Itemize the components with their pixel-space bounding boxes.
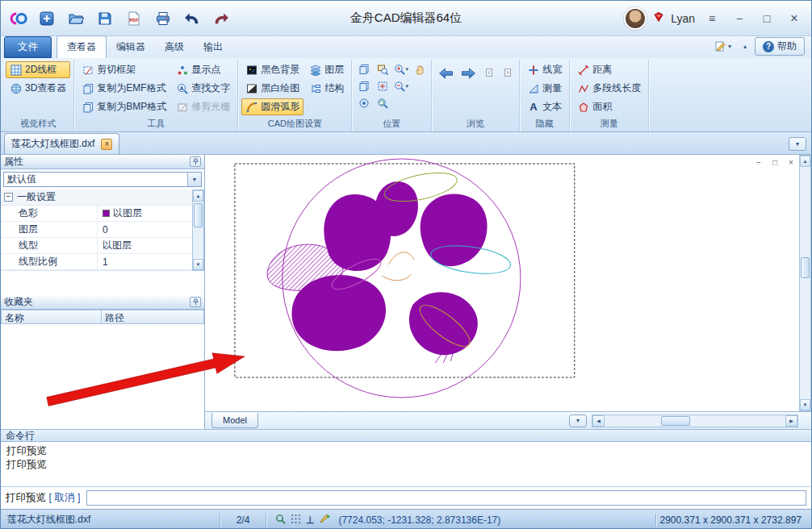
pin-icon[interactable] [190, 297, 201, 307]
command-panel-header[interactable]: 命令行 [1, 429, 811, 442]
pan-pages-button[interactable] [355, 61, 372, 77]
ribbon-group-cad-settings: 黑色背景 黑白绘图 圆滑弧形 [238, 60, 352, 131]
username[interactable]: Lyan [671, 12, 695, 25]
hide-measure-button[interactable]: 测量 [523, 80, 566, 97]
file-menu-button[interactable]: 文件 [4, 36, 52, 58]
document-tab[interactable]: 莲花大灯线框图.dxf × [4, 133, 119, 154]
minimize-button[interactable]: − [729, 10, 750, 27]
close-button[interactable]: × [784, 10, 805, 27]
zoom-previous-button[interactable] [355, 95, 372, 110]
command-history[interactable]: 打印预览 打印预览 [1, 442, 811, 487]
model-tab[interactable]: Model [211, 413, 258, 428]
maximize-button[interactable]: □ [756, 10, 777, 27]
hide-linewidth-button[interactable]: 线宽 [523, 61, 566, 78]
measure-area-button[interactable]: 面积 [573, 98, 645, 115]
open-file-button[interactable] [65, 8, 86, 29]
scroll-left-icon[interactable]: ◀ [592, 415, 605, 427]
measure-distance-button[interactable]: 距离 [573, 61, 645, 78]
browse-back-button[interactable] [435, 65, 456, 82]
doc-minimize-icon[interactable]: − [753, 157, 764, 168]
ortho-mode-icon[interactable]: ⊥ [306, 514, 314, 526]
favorites-list[interactable] [1, 324, 204, 429]
black-background-button[interactable]: 黑色背景 [241, 61, 303, 78]
find-text-button[interactable]: A 查找文字 [172, 80, 234, 97]
command-input[interactable] [86, 490, 806, 506]
layout-list-button[interactable]: ▾ [569, 414, 587, 427]
property-row[interactable]: 色彩 以图层 [1, 206, 192, 222]
3d-viewer-button[interactable]: 3D查看器 [6, 80, 70, 97]
scroll-down-icon[interactable]: ▼ [193, 259, 203, 270]
scrollbar-thumb[interactable] [661, 416, 690, 426]
favorites-col-path[interactable]: 路径 [102, 310, 204, 324]
properties-scrollbar[interactable]: ▲ ▼ [192, 190, 204, 271]
canvas-vertical-scrollbar[interactable]: ▲ ▼ [799, 155, 811, 411]
zoom-extents-button[interactable] [374, 78, 391, 94]
zoom-window-button[interactable] [374, 61, 391, 77]
properties-preset-combo[interactable]: 默认值 ▼ [3, 172, 202, 187]
show-points-button[interactable]: 显示点 [172, 61, 234, 78]
tab-advanced[interactable]: 高级 [155, 36, 194, 58]
collapse-ribbon-button[interactable]: ▴ [739, 40, 751, 52]
doc-restore-icon[interactable]: □ [769, 157, 781, 168]
property-row[interactable]: 线型 以图层 [1, 238, 192, 254]
combo-dropdown-button[interactable]: ▼ [187, 173, 201, 186]
close-document-icon[interactable]: × [101, 139, 112, 150]
new-file-button[interactable] [36, 8, 57, 29]
structure-button[interactable]: 结构 [305, 80, 348, 97]
tab-viewer[interactable]: 查看器 [57, 35, 107, 58]
scroll-up-icon[interactable]: ▲ [800, 156, 810, 167]
last-page-button[interactable] [499, 65, 516, 80]
black-white-drawing-button[interactable]: 黑白绘图 [241, 80, 303, 97]
layers-button[interactable]: 图层 [305, 61, 348, 78]
pin-icon[interactable] [190, 156, 201, 167]
status-zoom-icon[interactable] [275, 514, 286, 527]
undo-button[interactable] [182, 8, 203, 29]
polyline-length-icon [577, 82, 589, 94]
scroll-down-icon[interactable]: ▼ [800, 399, 810, 410]
measure-polyline-button[interactable]: 多段线长度 [573, 80, 645, 97]
collapse-icon[interactable]: − [4, 193, 13, 202]
scrollbar-thumb[interactable] [194, 203, 203, 227]
cancel-option[interactable]: [ 取消 ] [48, 492, 80, 503]
scroll-up-icon[interactable]: ▲ [193, 190, 203, 202]
tab-editor[interactable]: 编辑器 [107, 36, 155, 58]
clip-frame-button[interactable]: 剪切框架 [77, 61, 170, 78]
scrollbar-thumb[interactable] [801, 257, 810, 278]
pan-hand-button[interactable] [411, 61, 428, 77]
doc-close-icon[interactable]: × [785, 157, 797, 168]
drawing-viewport[interactable] [205, 155, 800, 411]
user-avatar[interactable] [624, 7, 647, 30]
status-dimensions: 2900.371 x 2900.371 x 2732.897 [660, 514, 806, 526]
drawing-canvas[interactable]: − □ × [205, 155, 811, 429]
2d-wireframe-button[interactable]: 2D线框 [6, 61, 70, 78]
properties-group-row[interactable]: − 一般设置 [1, 190, 192, 206]
hide-text-button[interactable]: A 文本 [523, 98, 566, 115]
first-page-button[interactable] [480, 65, 497, 80]
zoom-all-button[interactable] [374, 95, 391, 110]
property-row[interactable]: 线型比例 1 [1, 254, 192, 270]
zoom-in-button[interactable]: ▾ [392, 61, 409, 77]
tab-list-button[interactable]: ▾ [789, 137, 806, 151]
tab-output[interactable]: 输出 [194, 36, 232, 58]
zoom-out-button[interactable]: ▾ [392, 78, 409, 94]
export-pdf-button[interactable]: PDF [123, 8, 144, 29]
print-button[interactable] [153, 8, 174, 29]
pan-pages-alt-button[interactable] [355, 78, 372, 94]
copy-bmp-button[interactable]: 复制为BMP格式 [77, 98, 170, 115]
help-button[interactable]: ? 帮助 [755, 37, 805, 56]
favorites-col-name[interactable]: 名称 [1, 310, 102, 324]
draw-mode-icon[interactable] [319, 513, 330, 527]
status-coordinates: (7724.053; -1231.328; 2.873136E-17) [338, 514, 500, 526]
scroll-right-icon[interactable]: ▶ [785, 415, 797, 427]
trim-raster-button[interactable]: 修剪光栅 [172, 98, 234, 115]
grid-snap-icon[interactable] [291, 514, 301, 527]
markup-tools-button[interactable]: ▾ [710, 38, 735, 55]
app-menu-button[interactable]: ≡ [701, 10, 722, 27]
canvas-horizontal-scrollbar[interactable]: ◀ ▶ [592, 414, 798, 427]
save-button[interactable] [94, 8, 115, 29]
smooth-arc-button[interactable]: 圆滑弧形 [241, 98, 303, 115]
copy-emf-button[interactable]: 复制为EMF格式 [77, 80, 170, 97]
browse-forward-button[interactable] [458, 65, 479, 82]
redo-button[interactable] [211, 8, 232, 29]
property-row[interactable]: 图层 0 [1, 222, 192, 238]
